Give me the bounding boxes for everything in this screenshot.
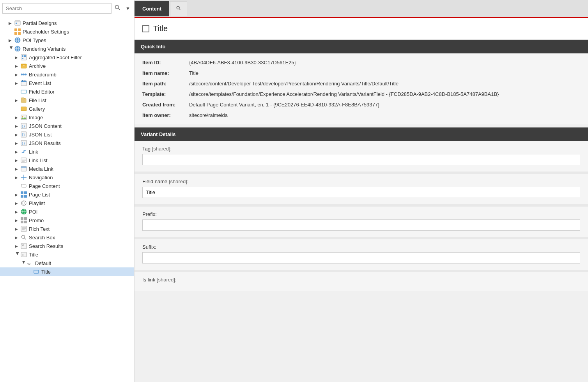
- sidebar-item-json-list[interactable]: ▶ {} JSON List: [0, 130, 134, 139]
- event-list-label: Event List: [29, 80, 51, 86]
- svg-text:{}: {}: [21, 133, 25, 137]
- arrow-icon: ▶: [9, 21, 14, 25]
- tab-content[interactable]: Content: [135, 1, 169, 16]
- prefix-label: Prefix:: [142, 211, 580, 217]
- link-list-icon: [20, 157, 27, 163]
- svg-rect-64: [21, 226, 27, 232]
- page-title-icon: [142, 25, 149, 32]
- svg-rect-61: [24, 217, 27, 220]
- field-name-shared-tag: [shared]:: [169, 179, 189, 184]
- rendering-variants-icon: [14, 46, 21, 52]
- sidebar-item-json-content[interactable]: ▶ {} JSON Content: [0, 122, 134, 130]
- arrow-icon: ▶: [15, 235, 20, 240]
- sidebar-item-search-results[interactable]: ▶ Search Results: [0, 242, 134, 250]
- svg-rect-17: [24, 55, 26, 57]
- info-row-item-id: Item ID: {4BA04DF6-ABF3-4100-9B30-33C17D…: [142, 60, 580, 65]
- media-link-label: Media Link: [29, 166, 53, 172]
- field-name-input[interactable]: [142, 187, 580, 198]
- default-label: Default: [35, 260, 51, 266]
- sidebar-item-archive[interactable]: ▶ Archive: [0, 62, 134, 70]
- svg-line-78: [179, 9, 180, 10]
- svg-text:{}: {}: [21, 125, 25, 128]
- svg-point-54: [21, 201, 26, 205]
- tab-search[interactable]: [170, 1, 187, 16]
- page-content-icon: [20, 183, 27, 189]
- sidebar-item-link-list[interactable]: ▶ Link List: [0, 156, 134, 164]
- tag-input[interactable]: [142, 154, 580, 165]
- sidebar-item-page-content[interactable]: ▶ Page Content: [0, 182, 134, 190]
- search-input[interactable]: [2, 3, 112, 14]
- sidebar-item-media-link[interactable]: ▶ Media Link: [0, 164, 134, 173]
- partial-designs-icon: [14, 20, 21, 26]
- sidebar-item-promo[interactable]: ▶ Promo: [0, 216, 134, 225]
- sidebar-item-title-leaf[interactable]: ▶ Title: [0, 267, 134, 276]
- tag-label: Tag [shared]:: [142, 146, 580, 152]
- item-name-value: Title: [189, 70, 580, 76]
- sidebar-item-breadcrumb[interactable]: ▶ Breadcrumb: [0, 70, 134, 79]
- arrow-icon: ▶: [15, 150, 20, 154]
- poi-label: POI: [29, 209, 37, 215]
- created-from-value: Default Page Content Variant, en, 1 - {9…: [189, 102, 580, 108]
- sidebar-item-poi-types[interactable]: ▶ POI Types: [0, 36, 134, 44]
- search-bar: ▼: [0, 0, 134, 17]
- dropdown-button[interactable]: ▼: [124, 4, 132, 13]
- template-value: /sitecore/templates/Foundation/Experienc…: [189, 91, 580, 97]
- sidebar-item-poi[interactable]: ▶ POI: [0, 207, 134, 216]
- title-leaf-label: Title: [41, 269, 51, 275]
- poi-icon: [20, 209, 27, 215]
- aggregated-facet-filter-label: Aggregated Facet Filter: [29, 55, 82, 60]
- sidebar-item-rich-text[interactable]: ▶ Rich Text: [0, 225, 134, 233]
- suffix-input[interactable]: [142, 252, 580, 264]
- suffix-label: Suffix:: [142, 244, 580, 250]
- arrow-icon: ▶: [15, 201, 20, 205]
- svg-rect-76: [34, 270, 39, 273]
- sidebar-item-default[interactable]: ▶ ∞ Default: [0, 259, 134, 267]
- tree-container: ▶ Partial Designs ▶ Placeholder Settings…: [0, 17, 134, 382]
- sidebar-item-playlist[interactable]: ▶ Playlist: [0, 199, 134, 207]
- sidebar-item-json-results[interactable]: ▶ {} JSON Results: [0, 139, 134, 147]
- playlist-label: Playlist: [29, 200, 45, 206]
- svg-rect-52: [21, 195, 23, 198]
- aggregated-facet-filter-icon: [20, 54, 27, 60]
- promo-label: Promo: [29, 218, 44, 223]
- info-row-item-name: Item name: Title: [142, 70, 580, 76]
- sidebar-item-event-list[interactable]: ▶ Event List: [0, 79, 134, 87]
- archive-label: Archive: [29, 63, 46, 69]
- sidebar-item-search-box[interactable]: ▶ Search Box: [0, 233, 134, 242]
- svg-rect-16: [22, 55, 23, 57]
- svg-rect-20: [21, 64, 27, 65]
- sidebar-item-rendering-variants[interactable]: ▶ Rendering Variants: [0, 44, 134, 53]
- field-editor-label: Field Editor: [29, 89, 55, 95]
- prefix-input[interactable]: [142, 219, 580, 231]
- sidebar-item-image[interactable]: ▶ Image: [0, 113, 134, 122]
- svg-rect-49: [21, 184, 26, 187]
- arrow-icon: ▶: [15, 175, 20, 180]
- sidebar-item-aggregated-facet-filter[interactable]: ▶ Aggregated Facet Filter: [0, 53, 134, 62]
- svg-rect-30: [25, 80, 25, 81]
- image-icon: [20, 114, 27, 120]
- sidebar-item-title[interactable]: ▶ T Title: [0, 250, 134, 259]
- sidebar-item-field-editor[interactable]: ▶ Field Editor: [0, 87, 134, 96]
- item-id-value: {4BA04DF6-ABF3-4100-9B30-33C17D561E25}: [189, 60, 580, 65]
- arrow-icon: ▶: [15, 98, 20, 103]
- search-results-icon: [20, 243, 27, 249]
- search-button[interactable]: [113, 3, 122, 14]
- sidebar-item-partial-designs[interactable]: ▶ Partial Designs: [0, 19, 134, 27]
- sidebar-item-link[interactable]: ▶ Link: [0, 147, 134, 156]
- sidebar-item-navigation[interactable]: ▶ Navigation: [0, 173, 134, 182]
- arrow-icon: ▶: [15, 141, 20, 145]
- svg-rect-32: [21, 107, 27, 111]
- sidebar-item-placeholder-settings[interactable]: ▶ Placeholder Settings: [0, 27, 134, 36]
- title-leaf-icon: [33, 269, 40, 275]
- tag-shared-tag: [shared]:: [152, 146, 172, 152]
- promo-icon: [20, 217, 27, 223]
- sidebar-item-file-list[interactable]: ▶ File List: [0, 96, 134, 104]
- sidebar-item-gallery[interactable]: ▶ Gallery: [0, 104, 134, 113]
- title-tree-label: Title: [29, 252, 38, 258]
- archive-icon: [20, 63, 27, 69]
- sidebar-item-page-list[interactable]: ▶ Page List: [0, 190, 134, 199]
- playlist-icon: [20, 200, 27, 206]
- rich-text-icon: [20, 226, 27, 232]
- arrow-icon: ▶: [9, 38, 14, 42]
- json-results-label: JSON Results: [29, 140, 61, 146]
